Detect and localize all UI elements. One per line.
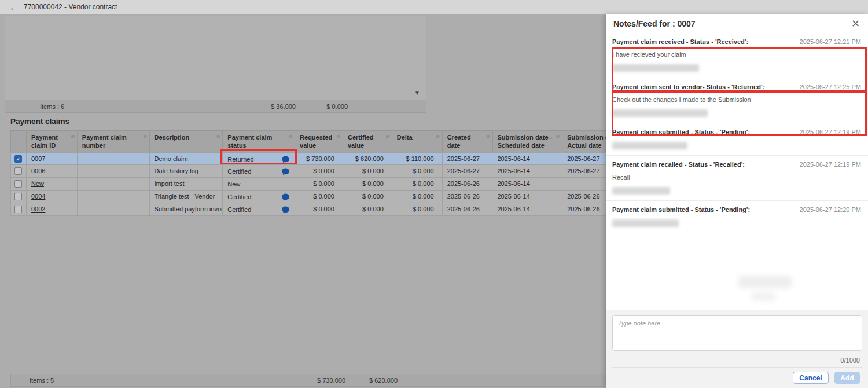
column-header[interactable]: Requested value≡ [295, 131, 343, 152]
table-cell: $ 0.000 [295, 203, 343, 216]
table-cell: 2025-06-14 [492, 153, 562, 166]
column-header[interactable]: Created date≡ [443, 131, 493, 152]
upper-table-footer: Items : 6 $ 36.000 $ 0.000 [5, 100, 426, 113]
column-filter-icon[interactable]: ≡ [436, 133, 439, 141]
notes-feed-title: Notes/Feed for : 0007 [613, 19, 696, 28]
table-cell: Submitted payform invoic... [150, 203, 223, 216]
column-header-label: Created date [447, 134, 483, 150]
feed-entry-author-redacted [612, 219, 679, 227]
row-checkbox[interactable] [14, 167, 22, 175]
column-filter-icon[interactable]: ≡ [216, 133, 220, 141]
feed-entry-title: Payment claim submitted - Status - 'Pend… [612, 206, 750, 213]
back-arrow-icon[interactable]: ← [9, 2, 18, 12]
column-header-label: Delta [397, 134, 413, 142]
table-row[interactable]: NewImport testNew$ 0.000$ 0.000$ 0.00020… [10, 178, 606, 191]
claim-id-link[interactable]: 0007 [31, 155, 45, 162]
redacted-watermark [738, 276, 792, 288]
table-cell [78, 153, 150, 166]
note-compose-area: 0/1000 Cancel Add [606, 310, 868, 388]
column-header[interactable]: Submission date - Scheduled date≡ [493, 131, 563, 152]
note-bubble-icon[interactable] [281, 206, 290, 214]
feed-entry: Payment claim sent to vendor- Status - '… [606, 78, 868, 123]
table-cell: 2025-06-14 [492, 203, 562, 216]
claim-id-cell: 0007 [27, 153, 78, 166]
claim-status-label: Certified [227, 193, 251, 200]
redacted-watermark-small [751, 292, 775, 301]
feed-entry: Payment claim submitted - Status - 'Pend… [606, 123, 868, 156]
column-header[interactable]: Submission date - Actual date≡ [562, 131, 606, 152]
column-header[interactable]: Payment claim number≡ [78, 131, 150, 152]
claim-status-cell: Certified [223, 165, 295, 178]
column-header-label: Description [155, 134, 190, 142]
table-cell [562, 178, 606, 191]
claim-id-cell: 0004 [27, 191, 78, 203]
row-checkbox[interactable] [14, 206, 22, 213]
claims-total-certified: $ 620.000 [347, 377, 398, 384]
feed-entry-author-redacted [612, 64, 699, 72]
column-header[interactable]: Payment claim ID≡ [27, 131, 78, 152]
feed-entry: Payment claim recalled - Status - 'Recal… [606, 156, 868, 201]
close-icon[interactable]: ✕ [851, 19, 860, 29]
claim-id-cell: 0002 [27, 203, 78, 216]
claim-id-link[interactable]: 0002 [31, 206, 45, 213]
feed-entry-author-redacted [612, 187, 670, 195]
dropdown-caret-icon[interactable]: ▼ [414, 90, 420, 96]
note-input[interactable] [612, 315, 862, 351]
table-row[interactable]: ✓0007Demo claimReturned$ 730.000$ 620.00… [10, 152, 606, 165]
column-header[interactable]: Payment claim status≡ [223, 131, 295, 152]
note-bubble-icon[interactable] [281, 156, 290, 163]
claim-status-cell: Certified [223, 191, 295, 203]
feed-entry-body: Recall [612, 174, 861, 181]
table-row[interactable]: 0004Triangle test - VendorCertified$ 0.0… [10, 191, 606, 203]
row-checkbox[interactable]: ✓ [14, 155, 22, 163]
add-button[interactable]: Add [834, 372, 860, 384]
column-header[interactable]: Certified value≡ [343, 131, 392, 152]
feed-entry-timestamp: 2025-06-27 12:20 PM [800, 206, 861, 213]
column-filter-icon[interactable]: ≡ [289, 133, 292, 141]
table-cell: 2025-06-26 [562, 203, 606, 216]
table-cell: Demo claim [150, 153, 223, 166]
column-filter-icon[interactable]: ≡ [385, 133, 389, 141]
feed-entry-timestamp: 2025-06-27 12:21 PM [800, 38, 861, 45]
table-cell: $ 0.000 [392, 191, 443, 203]
top-bar: ← 7700000042 - Vendor contract [0, 0, 868, 14]
char-counter: 0/1000 [612, 357, 860, 364]
claim-status-cell: New [223, 178, 295, 191]
feed-entry: Payment claim submitted - Status - 'Pend… [606, 201, 868, 233]
payment-claims-table: Payment claim ID≡Payment claim number≡De… [10, 130, 606, 216]
table-cell: 2025-06-14 [492, 165, 562, 178]
column-header[interactable]: Description≡ [150, 131, 223, 152]
feed-entry-author-redacted [612, 142, 687, 149]
column-header-label: Certified value [348, 134, 382, 150]
table-row[interactable]: 0006Date history logCertified$ 0.000$ 0.… [10, 165, 606, 178]
table-row[interactable]: 0002Submitted payform invoic...Certified… [10, 203, 606, 216]
feed-entry-timestamp: 2025-06-27 12:19 PM [800, 161, 861, 168]
row-checkbox[interactable] [14, 193, 22, 200]
table-cell: Date history log [150, 165, 223, 178]
claim-id-link[interactable]: 0006 [31, 167, 45, 174]
table-cell: 2025-06-27 [562, 165, 606, 178]
claim-id-link[interactable]: New [31, 180, 44, 187]
row-checkbox[interactable] [14, 180, 22, 188]
feed-entry-title: Payment claim recalled - Status - 'Recal… [612, 161, 745, 168]
cancel-button[interactable]: Cancel [793, 372, 829, 384]
column-header[interactable]: Delta≡ [392, 131, 443, 152]
column-filter-icon[interactable]: ≡ [71, 133, 74, 141]
table-cell [78, 191, 150, 203]
claim-id-link[interactable]: 0004 [31, 193, 45, 200]
table-cell: $ 0.000 [295, 178, 343, 191]
table-cell: 2025-06-26 [443, 191, 493, 203]
feed-entry-author-redacted [612, 109, 708, 117]
table-cell: $ 0.000 [343, 178, 392, 191]
column-filter-icon[interactable]: ≡ [143, 133, 146, 141]
column-filter-icon[interactable]: ≡ [486, 133, 490, 141]
table-cell [78, 178, 150, 191]
column-filter-icon[interactable]: ≡ [337, 133, 340, 141]
feed-entry-timestamp: 2025-06-27 12:19 PM [800, 129, 861, 136]
table-cell: $ 730.000 [295, 153, 343, 166]
claim-status-cell: Certified [223, 203, 295, 216]
note-bubble-icon[interactable] [281, 168, 290, 175]
note-bubble-icon[interactable] [281, 193, 290, 201]
table-cell: 2025-06-26 [443, 203, 493, 216]
column-filter-icon[interactable]: ≡ [556, 133, 560, 141]
